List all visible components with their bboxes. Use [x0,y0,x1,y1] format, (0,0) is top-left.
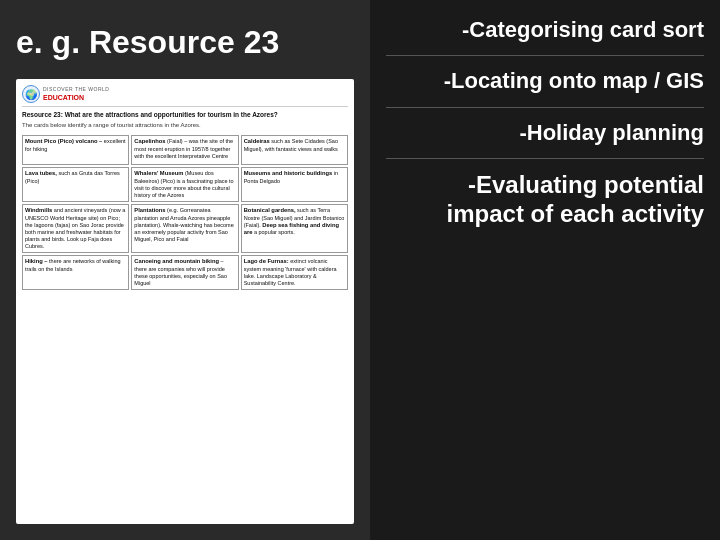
card-cell-0: Mount Pico (Pico) volcano – excellent fo… [22,135,129,165]
card-cell-7: Plantations (e.g. Gorreanatea plantation… [131,204,238,253]
card-cell-8: Botanical gardens, such as Terra Nostre … [241,204,348,253]
card-cell-2: Caldeiras such as Sete Cidades (Sao Migu… [241,135,348,165]
logo-education-text: EDUCATION [43,93,109,102]
bullet-evaluating: -Evaluating potential impact of each act… [386,161,704,239]
resource-card: 🌍 DISCOVER THE WORLD EDUCATION Resource … [16,79,354,524]
card-question: Resource 23: What are the attractions an… [22,111,348,119]
logo-text: DISCOVER THE WORLD EDUCATION [43,86,109,102]
card-cell-4: Whalers' Museum (Museu dos Baleeiros) (P… [131,167,238,202]
bullet-locating: -Locating onto map / GIS [386,58,704,104]
page-title: e. g. Resource 23 [16,16,354,69]
card-table: Mount Pico (Pico) volcano – excellent fo… [22,135,348,290]
card-cell-9: Hiking – there are networks of walking t… [22,255,129,290]
bullet-categorising: -Categorising card sort [386,12,704,53]
card-cell-11: Lago de Furnas: extinct volcanic system … [241,255,348,290]
bullet-holiday: -Holiday planning [386,110,704,156]
divider-3 [386,158,704,159]
card-cell-6: Windmills and ancient vineyards (now a U… [22,204,129,253]
card-cell-1: Capelinhos (Faial) – was the site of the… [131,135,238,165]
right-panel: -Categorising card sort -Locating onto m… [370,0,720,540]
card-subtext: The cards below identify a range of tour… [22,122,348,130]
logo-area: 🌍 DISCOVER THE WORLD EDUCATION [22,85,109,103]
divider-2 [386,107,704,108]
card-cell-5: Museums and historic buildings in Ponta … [241,167,348,202]
divider-1 [386,55,704,56]
logo-globe-icon: 🌍 [22,85,40,103]
card-header: 🌍 DISCOVER THE WORLD EDUCATION [22,85,348,107]
card-cell-10: Canoeing and mountain biking – there are… [131,255,238,290]
left-panel: e. g. Resource 23 🌍 DISCOVER THE WORLD E… [0,0,370,540]
card-cell-3: Lava tubes, such as Gruta das Torres (Pi… [22,167,129,202]
